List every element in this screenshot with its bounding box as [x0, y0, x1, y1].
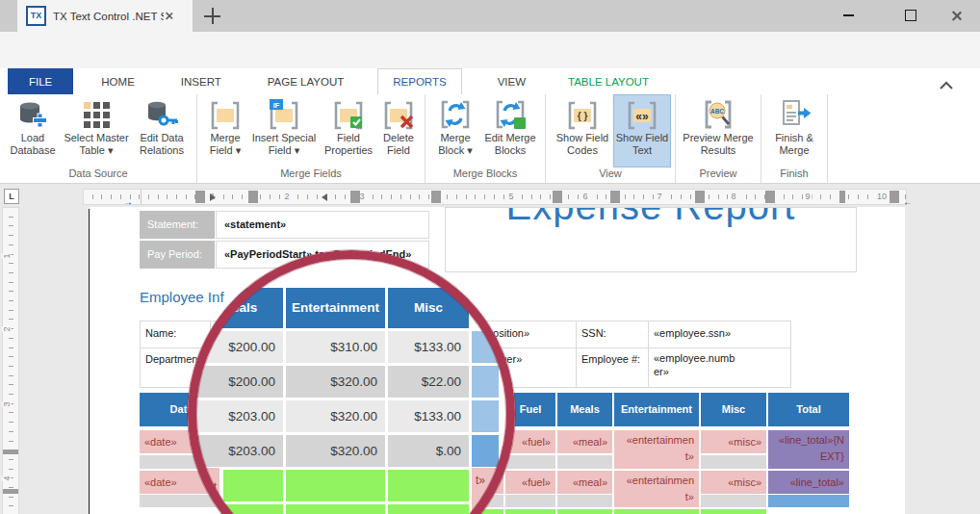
column-marker[interactable]	[890, 191, 899, 203]
site-favicon: TX	[26, 6, 46, 26]
pay-period-label-cell: Pay Period:	[140, 241, 215, 269]
group-caption: Preview	[681, 167, 756, 183]
cell-border	[648, 321, 649, 387]
finish-and-merge-button[interactable]: Finish & Merge	[766, 95, 822, 167]
meals-field[interactable]: «meal»	[557, 471, 612, 494]
margin-arrow-marker: ←	[903, 196, 913, 207]
ruler-number: 9	[803, 192, 812, 201]
entertainment-field[interactable]: «entertainment»	[614, 430, 699, 469]
vertical-ruler[interactable]: 1 2 3 4	[2, 207, 19, 514]
column-marker[interactable]	[695, 191, 705, 203]
tab-home[interactable]: HOME	[87, 68, 149, 94]
show-field-text-button[interactable]: «» Show Field Text	[614, 95, 670, 167]
horizontal-ruler[interactable]: 1 2 3 4 5 6 7 8 9 10	[83, 189, 907, 205]
column-marker[interactable]	[350, 191, 360, 203]
misc-field[interactable]: «misc»	[701, 430, 766, 453]
group-caption: Merge Blocks	[430, 167, 540, 183]
page-left-border	[89, 209, 90, 514]
misc-field[interactable]: «misc»	[701, 471, 766, 494]
edit-merge-blocks-button[interactable]: Edit Merge Blocks	[480, 95, 540, 167]
column-marker[interactable]	[553, 191, 562, 203]
show-field-codes-button[interactable]: { } Show Field Codes	[551, 95, 614, 167]
column-marker[interactable]	[431, 191, 441, 203]
group-preview: ABC Preview Merge Results Preview	[676, 94, 761, 183]
svg-text:«»: «»	[635, 110, 649, 123]
tab-title: TX Text Control .NET Se	[53, 11, 164, 22]
tab-page-layout[interactable]: PAGE LAYOUT	[253, 68, 358, 94]
row-marker[interactable]	[3, 489, 18, 494]
close-tab-icon[interactable]	[165, 12, 173, 20]
tab-table-layout[interactable]: TABLE LAYOUT	[554, 68, 663, 94]
ruler-ticks	[84, 194, 906, 199]
ruler-number: 1	[2, 253, 12, 258]
margin-divider	[141, 190, 142, 204]
browser-window: TX TX Text Control .NET Se labs.textcont…	[0, 0, 980, 514]
expense-header-entertainment[interactable]: Entertainment	[614, 393, 699, 426]
new-tab-icon[interactable]	[204, 8, 220, 24]
entertainment-field[interactable]: «entertainment»	[614, 471, 699, 507]
collapse-ribbon-icon[interactable]	[939, 77, 954, 94]
delete-field-icon	[382, 98, 415, 131]
tab-selector-box[interactable]: L	[4, 189, 19, 204]
meals-field[interactable]: «meal»	[557, 430, 612, 453]
green-row	[701, 509, 766, 514]
preview-merge-results-button[interactable]: ABC Preview Merge Results	[681, 95, 756, 167]
expense-header-misc[interactable]: Misc	[701, 393, 766, 426]
column-marker[interactable]	[839, 191, 845, 203]
group-view: { } Show Field Codes «» Show Field Text …	[546, 94, 676, 183]
statement-field[interactable]: «statement»	[216, 211, 429, 239]
tab-view[interactable]: VIEW	[483, 68, 540, 94]
show-field-text-icon: «»	[626, 98, 658, 131]
window-maximize-icon[interactable]	[896, 6, 925, 25]
tab-file[interactable]: FILE	[8, 68, 73, 94]
tab-reports[interactable]: REPORTS	[377, 68, 461, 95]
insert-special-field-button[interactable]: IF Insert Special Field ▾	[248, 95, 320, 167]
finish-merge-icon	[777, 98, 812, 131]
row-filler	[701, 455, 766, 469]
window-minimize-icon[interactable]	[834, 6, 863, 25]
tab-insert[interactable]: INSERT	[167, 68, 236, 94]
expense-header-meals[interactable]: Meals	[557, 393, 612, 426]
window-close-icon[interactable]	[941, 6, 970, 25]
green-row	[505, 509, 555, 514]
group-caption: View	[551, 167, 670, 183]
document-area: L 1 2 3 4 5 6 7 8 9 10 →	[0, 185, 980, 514]
fuel-field[interactable]: «fuel»	[505, 471, 555, 494]
column-marker[interactable]	[765, 191, 775, 203]
browser-tab[interactable]: TX TX Text Control .NET Se	[17, 0, 193, 32]
ssn-label: SSN:	[581, 327, 606, 339]
indent-marker[interactable]	[322, 193, 327, 201]
row-filler	[557, 495, 612, 507]
group-merge-fields: Merge Field ▾ IF Insert Special Field ▾ …	[197, 94, 426, 183]
delete-field-button[interactable]: Delete Field	[377, 95, 420, 167]
employee-number-field[interactable]: «employee.number»	[654, 351, 740, 378]
select-master-table-button[interactable]: Select Master Table ▾	[61, 95, 132, 167]
database-add-icon	[16, 98, 49, 131]
preview-merge-results-icon: ABC	[702, 98, 735, 131]
load-database-button[interactable]: Load Database	[5, 95, 61, 167]
edit-data-relations-button[interactable]: Edit Data Relations	[132, 95, 192, 167]
expense-header-total[interactable]: Total	[768, 393, 849, 426]
database-key-icon	[145, 98, 178, 131]
ruler-number: 4	[2, 475, 12, 480]
edit-merge-blocks-icon	[494, 98, 527, 131]
group-caption: Finish	[766, 167, 822, 183]
line-total-field[interactable]: «line_total»{NEXT}	[768, 430, 849, 469]
row-filler	[701, 495, 766, 507]
line-total-field[interactable]: «line_total»	[768, 471, 849, 494]
ruler-number: 6	[580, 192, 589, 201]
row-filler	[557, 455, 612, 469]
column-marker[interactable]	[610, 191, 620, 203]
merge-field-button[interactable]: Merge Field ▾	[202, 95, 248, 167]
column-marker[interactable]	[248, 191, 258, 203]
ssn-field[interactable]: «employee.ssn»	[654, 327, 731, 339]
row-marker[interactable]	[3, 450, 18, 454]
merge-block-button[interactable]: Merge Block ▾	[430, 95, 480, 167]
field-properties-button[interactable]: Field Properties	[320, 95, 377, 167]
indent-marker[interactable]	[210, 193, 216, 201]
column-marker[interactable]	[195, 191, 205, 203]
svg-text:IF: IF	[273, 101, 280, 110]
report-title: Expense Report	[446, 207, 856, 228]
row-filler	[505, 495, 555, 507]
report-title-cell: Expense Report	[445, 207, 857, 272]
